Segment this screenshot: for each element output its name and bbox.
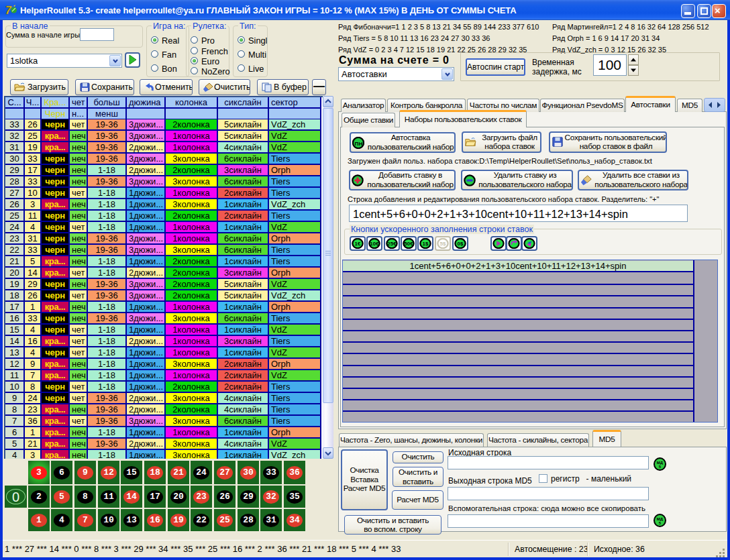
- svg-text:50€: 50€: [404, 241, 413, 247]
- svg-text:10€: 10€: [370, 241, 379, 247]
- svg-text:1$: 1$: [423, 241, 429, 247]
- svg-text:25€: 25€: [387, 241, 397, 247]
- svg-text:1€: 1€: [355, 241, 361, 247]
- svg-text:0$: 0$: [458, 241, 464, 247]
- svg-text:МД: МД: [657, 517, 664, 521]
- svg-text:5$: 5$: [440, 241, 446, 247]
- svg-text:МД: МД: [657, 461, 664, 465]
- svg-text:ПН: ПН: [355, 140, 363, 146]
